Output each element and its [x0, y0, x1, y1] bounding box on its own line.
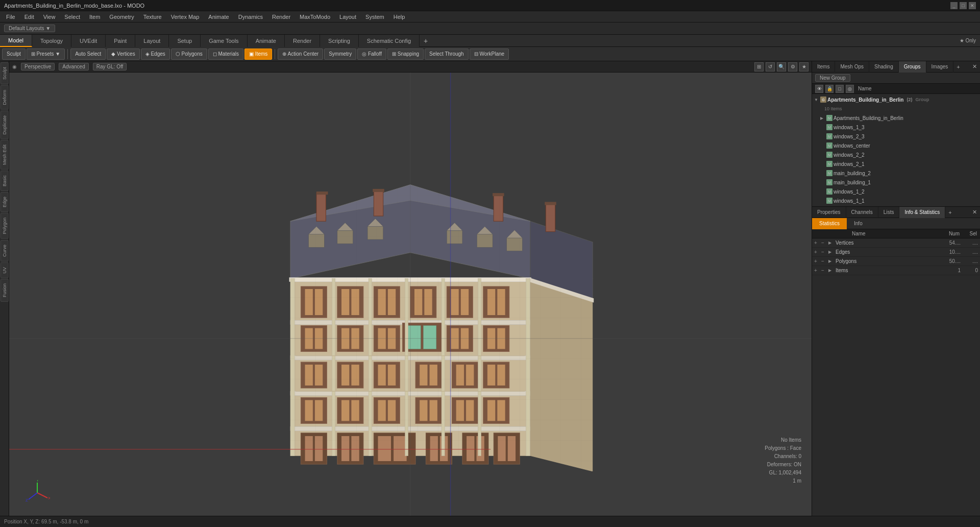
- stats-plus-edges[interactable]: +: [814, 249, 819, 255]
- close-button[interactable]: ✕: [969, 2, 976, 9]
- props-tab-info[interactable]: Info & Statistics: [899, 207, 945, 218]
- tree-item-windows13[interactable]: M windows_1_3: [812, 123, 980, 132]
- stats-arrow-vertices[interactable]: ▶: [828, 241, 834, 245]
- stats-tab-statistics[interactable]: Statistics: [812, 218, 847, 229]
- stats-minus-polygons[interactable]: −: [821, 258, 826, 264]
- sculpt-button[interactable]: Sculpt: [2, 49, 26, 60]
- tab-model[interactable]: Model: [0, 35, 32, 47]
- tree-item-group[interactable]: ▼ G Apartments_Building_in_Berlin (2) Gr…: [812, 95, 980, 104]
- rp-tab-groups[interactable]: Groups: [899, 61, 926, 73]
- tree-item-main-building1[interactable]: M main_building_1: [812, 178, 980, 187]
- polygons-button[interactable]: ⬡ Polygons: [171, 49, 207, 60]
- select-through-button[interactable]: Select Through: [425, 49, 469, 60]
- menu-vertex-map[interactable]: Vertex Map: [167, 13, 204, 21]
- props-tab-channels[interactable]: Channels: [846, 207, 878, 218]
- props-close-button[interactable]: ✕: [969, 207, 980, 217]
- stats-arrow-polygons[interactable]: ▶: [828, 259, 834, 264]
- left-tab-fusion[interactable]: Fusion: [1, 279, 9, 302]
- action-center-button[interactable]: ⊕ Action Center: [278, 49, 323, 60]
- viewport-toggle[interactable]: ◉: [12, 64, 17, 69]
- menu-edit[interactable]: Edit: [20, 13, 38, 21]
- snapping-button[interactable]: ⊞ Snapping: [387, 49, 424, 60]
- left-tab-duplicate[interactable]: Duplicate: [1, 111, 9, 139]
- stats-minus-edges[interactable]: −: [821, 249, 826, 255]
- tab-topology[interactable]: Topology: [32, 35, 71, 47]
- menu-texture[interactable]: Texture: [139, 13, 166, 21]
- tree-item-windows-center[interactable]: M windows_center: [812, 141, 980, 150]
- falloff-button[interactable]: ◎ Falloff: [357, 49, 386, 60]
- rp-tab-shading[interactable]: Shading: [869, 61, 899, 73]
- layout-dropdown[interactable]: Default Layouts ▼: [4, 25, 55, 32]
- rp-tab-items[interactable]: Items: [812, 61, 835, 73]
- stats-plus-polygons[interactable]: +: [814, 258, 819, 264]
- props-add-tab[interactable]: +: [945, 208, 954, 217]
- items-button[interactable]: ▣ Items: [244, 49, 272, 60]
- tree-item-apartments[interactable]: ▶ M Apartments_Building_in_Berlin: [812, 113, 980, 123]
- stats-arrow-edges[interactable]: ▶: [828, 250, 834, 254]
- maximize-button[interactable]: □: [960, 2, 967, 9]
- stats-plus-items[interactable]: +: [814, 268, 819, 273]
- menu-item[interactable]: Item: [85, 13, 104, 21]
- left-tab-edge[interactable]: Edge: [1, 192, 9, 212]
- menu-system[interactable]: System: [361, 13, 388, 21]
- rp-close-button[interactable]: ✕: [969, 62, 980, 71]
- props-tab-lists[interactable]: Lists: [878, 207, 900, 218]
- tab-render[interactable]: Render: [285, 35, 320, 47]
- tab-animate[interactable]: Animate: [248, 35, 285, 47]
- menu-render[interactable]: Render: [268, 13, 295, 21]
- vp-search-button[interactable]: 🔍: [777, 62, 786, 71]
- stats-arrow-items[interactable]: ▶: [828, 268, 834, 273]
- stats-row-polygons[interactable]: + − ▶ Polygons 50.... ....: [812, 257, 980, 266]
- tree-item-windows22[interactable]: M windows_2_2: [812, 150, 980, 159]
- rp-tab-mesh-ops[interactable]: Mesh Ops: [835, 61, 869, 73]
- menu-view[interactable]: View: [39, 13, 60, 21]
- vp-reset-button[interactable]: ↺: [766, 62, 775, 71]
- edges-button[interactable]: ◈ Edges: [141, 49, 170, 60]
- tree-item-windows11[interactable]: M windows_1_1: [812, 196, 980, 205]
- tree-item-main-building2[interactable]: M main_building_2: [812, 169, 980, 178]
- tree-item-windows12[interactable]: M windows_1_2: [812, 187, 980, 196]
- left-tab-mesh-edit[interactable]: Mesh Edit: [1, 140, 9, 170]
- stats-plus-vertices[interactable]: +: [814, 240, 819, 246]
- menu-maxtomodo[interactable]: MaxToModo: [296, 13, 334, 21]
- stats-minus-items[interactable]: −: [821, 268, 826, 273]
- advanced-button[interactable]: Advanced: [59, 63, 88, 70]
- vp-star-button[interactable]: ★: [799, 62, 808, 71]
- presets-button[interactable]: ⊞ Presets ▼: [27, 49, 65, 60]
- menu-help[interactable]: Help: [389, 13, 409, 21]
- stats-row-items[interactable]: + − ▶ Items 1 0: [812, 266, 980, 275]
- ray-gl-button[interactable]: Ray GL: Off: [93, 63, 127, 70]
- menu-layout[interactable]: Layout: [335, 13, 360, 21]
- props-tab-properties[interactable]: Properties: [812, 207, 846, 218]
- stats-minus-vertices[interactable]: −: [821, 240, 826, 246]
- workplane-button[interactable]: ⊟ WorkPlane: [470, 49, 509, 60]
- materials-button[interactable]: ◻ Materials: [208, 49, 243, 60]
- stats-row-edges[interactable]: + − ▶ Edges 10.... ....: [812, 248, 980, 257]
- left-tab-polygon[interactable]: Polygon: [1, 213, 9, 239]
- perspective-button[interactable]: Perspective: [21, 63, 55, 70]
- rp-tab-images[interactable]: Images: [926, 61, 954, 73]
- left-tab-deform[interactable]: Deform: [1, 85, 9, 110]
- stats-row-vertices[interactable]: + − ▶ Vertices 54.... ....: [812, 238, 980, 248]
- tab-setup[interactable]: Setup: [169, 35, 201, 47]
- tab-paint[interactable]: Paint: [106, 35, 135, 47]
- tree-item-windows21[interactable]: M windows_2_1: [812, 159, 980, 169]
- tab-scripting[interactable]: Scripting: [320, 35, 359, 47]
- left-tab-curve[interactable]: Curve: [1, 240, 9, 261]
- rp-add-tab-button[interactable]: +: [953, 62, 963, 71]
- stats-tab-info[interactable]: Info: [847, 218, 870, 229]
- add-tab-button[interactable]: +: [420, 35, 432, 47]
- menu-dynamics[interactable]: Dynamics: [234, 13, 267, 21]
- vertices-button[interactable]: ◆ Vertices: [107, 49, 139, 60]
- menu-geometry[interactable]: Geometry: [105, 13, 138, 21]
- menu-file[interactable]: File: [2, 13, 19, 21]
- tab-game-tools[interactable]: Game Tools: [201, 35, 248, 47]
- new-group-button[interactable]: New Group: [815, 74, 850, 82]
- left-tab-uv[interactable]: UV: [1, 262, 9, 278]
- vp-grid-button[interactable]: ⊞: [754, 62, 764, 71]
- left-tab-sculpt[interactable]: Sculpt: [1, 62, 9, 84]
- menu-select[interactable]: Select: [60, 13, 84, 21]
- left-tab-basic[interactable]: Basic: [1, 171, 9, 191]
- tree-item-windows23[interactable]: M windows_2_3: [812, 132, 980, 141]
- viewport[interactable]: ◉ Perspective Advanced Ray GL: Off ⊞ ↺ 🔍…: [9, 61, 812, 516]
